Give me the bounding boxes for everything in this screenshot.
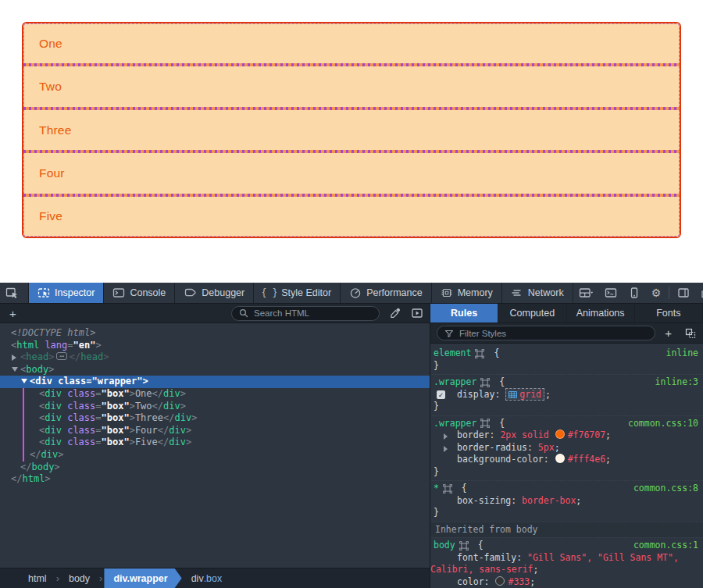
property-name[interactable]: background-color: — [457, 454, 555, 465]
tab-style-editor[interactable]: { }Style Editor — [253, 283, 341, 303]
tab-animations[interactable]: Animations — [567, 304, 635, 323]
tab-console[interactable]: Console — [103, 283, 175, 303]
rule-selector[interactable]: body — [434, 540, 455, 552]
css-declaration[interactable]: ✓display: grid; — [430, 389, 703, 401]
markup-token: html — [16, 340, 39, 351]
twisty-open-icon[interactable] — [21, 379, 27, 383]
property-name[interactable]: box-sizing: — [457, 495, 522, 506]
rules-pane: RulesComputedAnimationsFonts + element {… — [430, 304, 703, 588]
tab-inspector[interactable]: Inspector — [28, 283, 104, 303]
paused-debugger-icon[interactable] — [411, 307, 423, 319]
markup-line[interactable]: <!DOCTYPE html> — [0, 327, 430, 340]
breadcrumb-body[interactable]: body — [61, 568, 98, 588]
responsive-design-mode-button[interactable] — [623, 283, 646, 303]
tab-label: Inspector — [55, 287, 95, 298]
rule-source-link[interactable]: common.css:8 — [633, 483, 698, 495]
rule-selector[interactable]: .wrapper — [434, 418, 476, 430]
rule-source-link[interactable]: inline — [666, 347, 698, 360]
markup-token: </ — [158, 437, 169, 447]
css-declaration[interactable]: border: 2px solid #f76707; — [430, 429, 703, 442]
rule-selector[interactable]: * — [434, 483, 439, 495]
add-node-button[interactable]: + — [6, 308, 20, 319]
expand-arrow-icon[interactable] — [444, 433, 448, 440]
rule-source-link[interactable]: common.css:10 — [628, 418, 698, 430]
filter-styles-input[interactable] — [458, 328, 562, 339]
property-name[interactable]: border: — [457, 429, 500, 440]
markup-line[interactable]: </div> — [0, 449, 430, 461]
property-name[interactable]: color: — [457, 576, 494, 587]
color-swatch[interactable] — [555, 429, 565, 439]
rule-selector-row: .wrapper {inline:3 — [430, 376, 703, 389]
grid-highlight-toggle[interactable]: grid — [505, 388, 544, 401]
css-declaration[interactable]: background-color: #fff4e6; — [430, 454, 703, 466]
property-value[interactable]: 2px solid — [500, 429, 554, 440]
property-name[interactable]: font-family: — [457, 552, 527, 563]
add-rule-button[interactable]: + — [662, 327, 675, 339]
declaration-checkbox[interactable]: ✓ — [437, 390, 445, 399]
tab-performance[interactable]: Performance — [340, 283, 432, 303]
class-panel-icon[interactable] — [684, 327, 697, 340]
property-name[interactable]: display: — [457, 389, 505, 400]
rule-source-link[interactable]: inline:3 — [655, 376, 698, 389]
markup-line[interactable]: <div class="box">One</div> — [0, 388, 430, 401]
rule-selector[interactable]: element — [434, 347, 471, 360]
markup-line[interactable]: <div class="box">Two</div> — [0, 401, 430, 413]
breadcrumb-div-wrapper[interactable]: div.wrapper — [104, 568, 181, 588]
markup-line[interactable]: </html> — [0, 473, 430, 486]
twisty-closed-icon[interactable] — [12, 355, 16, 361]
pick-element-button[interactable] — [0, 283, 24, 303]
property-value[interactable]: #333 — [508, 576, 530, 587]
property-value[interactable]: #fff4e6 — [568, 454, 605, 465]
property-name[interactable]: border-radius: — [457, 442, 538, 453]
split-console-button[interactable] — [599, 283, 623, 303]
tab-memory[interactable]: Memory — [431, 283, 502, 303]
markup-line[interactable]: <div class="box">Three</div> — [0, 412, 430, 425]
markup-line[interactable]: <div class="wrapper"> — [0, 376, 430, 388]
rule-source-link[interactable]: common.css:1 — [633, 540, 698, 552]
tab-computed[interactable]: Computed — [498, 304, 566, 323]
markup-line[interactable]: <body> — [0, 364, 430, 376]
breadcrumb-div-box[interactable]: div.box — [184, 568, 230, 588]
target-icon — [443, 484, 452, 494]
devtools-toolbar-icons: ⚙✕ — [573, 283, 703, 303]
tab-fonts[interactable]: Fonts — [635, 304, 703, 323]
dock-options-button[interactable] — [573, 283, 599, 303]
markup-token: class — [67, 412, 95, 423]
toggle-sidebar-button[interactable] — [672, 283, 695, 303]
rule-selector-row: body {common.css:1 — [430, 540, 703, 552]
markup-line[interactable]: </body> — [0, 461, 430, 474]
eyedropper-icon[interactable] — [389, 307, 401, 319]
twisty-open-icon[interactable] — [12, 367, 18, 372]
separate-window-button[interactable] — [695, 283, 703, 303]
breadcrumb-label: html — [28, 573, 47, 584]
tab-debugger[interactable]: Debugger — [174, 283, 254, 303]
property-value[interactable]: border-box — [522, 495, 576, 506]
markup-line[interactable]: <head>⋯</head> — [0, 351, 430, 364]
expand-arrow-icon[interactable] — [444, 446, 448, 452]
css-declaration[interactable]: box-sizing: border-box; — [430, 495, 703, 508]
color-swatch[interactable] — [495, 576, 505, 586]
search-html-box[interactable] — [231, 306, 380, 321]
property-value[interactable]: #f76707 — [568, 429, 605, 440]
css-declaration[interactable]: font-family: "Gill Sans", "Gill Sans MT"… — [430, 552, 703, 576]
tab-network[interactable]: Network — [501, 283, 573, 303]
property-value[interactable]: grid — [519, 389, 541, 400]
markup-line[interactable]: <html lang="en"> — [0, 340, 430, 352]
color-swatch[interactable] — [555, 454, 565, 463]
markup-line[interactable]: <div class="box">Five</div> — [0, 437, 430, 449]
close-brace: } — [430, 360, 703, 372]
css-declaration[interactable]: color: #333; — [430, 576, 703, 588]
collapsed-content-badge[interactable]: ⋯ — [56, 352, 66, 360]
settings-button[interactable]: ⚙ — [646, 283, 667, 303]
rule-selector[interactable]: .wrapper — [434, 376, 476, 389]
markup-line[interactable]: <div class="box">Four</div> — [0, 425, 430, 437]
css-declaration[interactable]: border-radius: 5px; — [430, 442, 703, 454]
filter-styles-box[interactable] — [437, 326, 655, 340]
tab-rules[interactable]: Rules — [430, 304, 498, 323]
search-html-input[interactable] — [252, 308, 357, 319]
breadcrumb-html[interactable]: html — [20, 568, 55, 588]
property-value[interactable]: 5px — [538, 442, 555, 453]
inspector-icon — [37, 287, 50, 299]
markup-token: > — [180, 401, 186, 412]
markup-token: Five — [135, 437, 158, 447]
